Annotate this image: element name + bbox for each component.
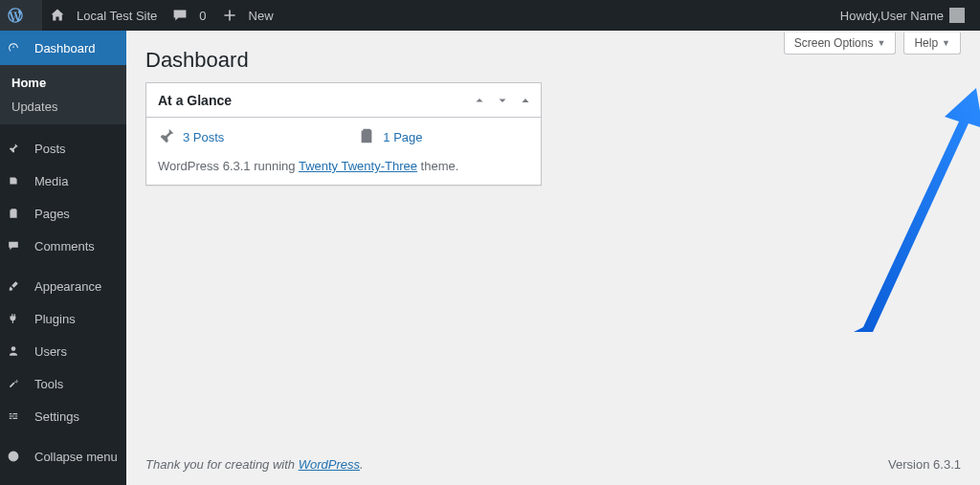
- collapse-icon: [8, 448, 27, 465]
- admin-bar: Local Test Site 0 New Howdy, User Name: [0, 0, 980, 31]
- theme-suffix: theme.: [417, 159, 458, 173]
- media-icon: [8, 172, 27, 189]
- sidebar-item-pages[interactable]: Pages: [0, 197, 126, 230]
- home-icon: [50, 8, 71, 23]
- caret-down-icon: ▼: [942, 38, 950, 48]
- comment-icon: [8, 237, 27, 254]
- sidebar-item-label: Plugins: [34, 312, 76, 326]
- sliders-icon: [8, 408, 27, 425]
- sidebar-item-label: Settings: [34, 409, 79, 424]
- svg-marker-1: [854, 88, 980, 332]
- comment-icon: [172, 8, 193, 23]
- sidebar-item-label: Collapse menu: [34, 450, 118, 464]
- wp-running-prefix: WordPress 6.3.1 running: [158, 159, 299, 173]
- sidebar-item-posts[interactable]: Posts: [0, 132, 126, 165]
- footer-thanks: Thank you for creating with WordPress.: [145, 457, 364, 472]
- pin-icon: [158, 127, 175, 147]
- glance-posts: 3 Posts: [158, 127, 224, 147]
- chevron-down-icon: [496, 94, 509, 107]
- caret-up-icon: [519, 94, 532, 107]
- move-up-button[interactable]: [468, 89, 491, 112]
- sidebar-item-media[interactable]: Media: [0, 165, 126, 197]
- avatar: [949, 8, 965, 23]
- admin-sidebar: Dashboard Home Updates Posts Media Pages: [0, 31, 126, 485]
- move-down-button[interactable]: [491, 89, 514, 112]
- wp-version-text: WordPress 6.3.1 running Twenty Twenty-Th…: [158, 159, 529, 173]
- pages-icon: [358, 127, 375, 147]
- submenu-home[interactable]: Home: [0, 71, 126, 95]
- user-name: User Name: [880, 9, 944, 23]
- widget-actions: [468, 89, 537, 112]
- plus-icon: [222, 8, 243, 23]
- new-content-link[interactable]: New: [214, 0, 281, 31]
- thanks-prefix: Thank you for creating with: [145, 457, 299, 472]
- glance-stats: 3 Posts 1 Page: [158, 127, 529, 147]
- sidebar-item-label: Media: [34, 174, 68, 188]
- toggle-widget-button[interactable]: [514, 89, 537, 112]
- screen-options-button[interactable]: Screen Options ▼: [784, 33, 897, 55]
- wordpress-icon: [8, 8, 29, 23]
- submenu-updates[interactable]: Updates: [0, 95, 126, 119]
- admin-footer: Thank you for creating with WordPress. V…: [126, 444, 980, 485]
- user-icon: [8, 342, 27, 360]
- admin-bar-right: Howdy, User Name: [833, 0, 972, 31]
- sidebar-item-tools[interactable]: Tools: [0, 367, 126, 400]
- sidebar-item-plugins[interactable]: Plugins: [0, 302, 126, 335]
- admin-bar-left: Local Test Site 0 New: [0, 0, 281, 31]
- dashboard-icon: [8, 39, 27, 56]
- help-button[interactable]: Help ▼: [903, 33, 961, 55]
- sidebar-item-label: Users: [34, 344, 67, 359]
- site-name-link[interactable]: Local Test Site: [42, 0, 165, 31]
- plug-icon: [8, 310, 27, 327]
- collapse-menu-button[interactable]: Collapse menu: [0, 440, 126, 473]
- sidebar-item-dashboard[interactable]: Dashboard: [0, 31, 126, 65]
- screen-options-label: Screen Options: [794, 36, 874, 50]
- site-name-label: Local Test Site: [77, 9, 157, 23]
- sidebar-item-comments[interactable]: Comments: [0, 230, 126, 262]
- posts-count-link[interactable]: 3 Posts: [183, 130, 224, 144]
- annotation-arrow: [835, 88, 980, 337]
- brush-icon: [8, 277, 27, 295]
- screen-meta-links: Screen Options ▼ Help ▼: [784, 33, 961, 55]
- pages-count-link[interactable]: 1 Page: [383, 130, 422, 144]
- comments-count: 0: [199, 9, 206, 23]
- sidebar-item-label: Tools: [34, 377, 63, 391]
- widget-header: At a Glance: [146, 83, 541, 118]
- sidebar-item-label: Appearance: [34, 279, 101, 294]
- pin-icon: [8, 140, 27, 157]
- theme-link[interactable]: Twenty Twenty-Three: [299, 159, 417, 173]
- sidebar-item-appearance[interactable]: Appearance: [0, 270, 126, 302]
- howdy-prefix: Howdy,: [840, 9, 880, 23]
- widget-title: At a Glance: [158, 93, 232, 108]
- sidebar-item-label: Dashboard: [34, 41, 96, 55]
- content-area: Screen Options ▼ Help ▼ Dashboard At a G…: [126, 31, 980, 485]
- comments-link[interactable]: 0: [165, 0, 213, 31]
- widget-body: 3 Posts 1 Page WordPress 6.3.1 running T…: [146, 118, 541, 185]
- at-a-glance-widget: At a Glance: [145, 82, 542, 186]
- sidebar-item-settings[interactable]: Settings: [0, 400, 126, 432]
- glance-pages: 1 Page: [358, 127, 422, 147]
- new-label: New: [249, 9, 274, 23]
- sidebar-item-label: Posts: [34, 142, 66, 156]
- wp-logo-menu[interactable]: [0, 0, 42, 31]
- chevron-up-icon: [473, 94, 486, 107]
- help-label: Help: [914, 36, 938, 50]
- footer-version: Version 6.3.1: [888, 457, 961, 472]
- wrench-icon: [8, 375, 27, 392]
- pages-icon: [8, 205, 27, 222]
- sidebar-item-label: Comments: [34, 239, 95, 254]
- dashboard-submenu: Home Updates: [0, 65, 126, 124]
- account-link[interactable]: Howdy, User Name: [833, 0, 972, 31]
- sidebar-item-label: Pages: [34, 207, 70, 221]
- wordpress-link[interactable]: WordPress: [299, 457, 360, 472]
- caret-down-icon: ▼: [877, 38, 885, 48]
- sidebar-item-users[interactable]: Users: [0, 335, 126, 367]
